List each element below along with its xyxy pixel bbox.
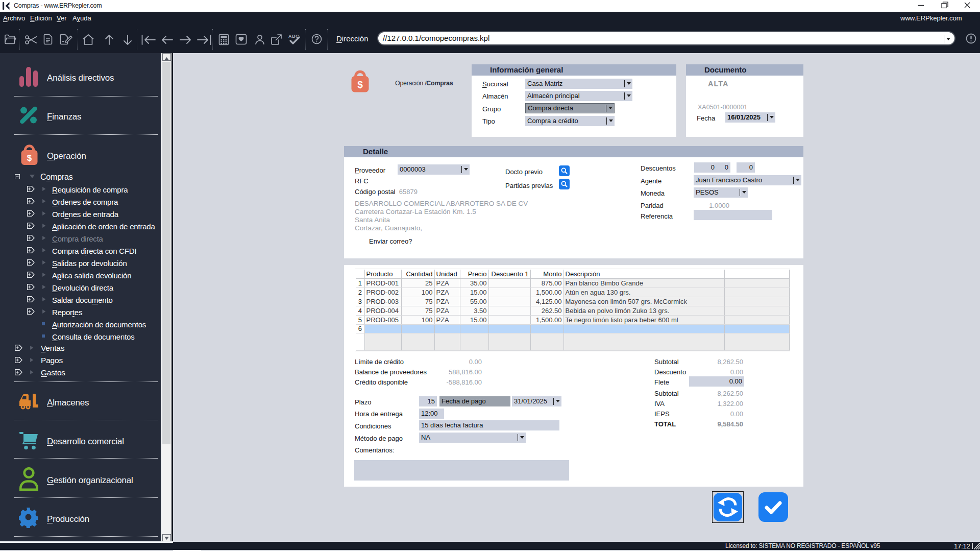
- svg-text:$: $: [27, 153, 32, 163]
- svg-text:$: $: [357, 79, 363, 90]
